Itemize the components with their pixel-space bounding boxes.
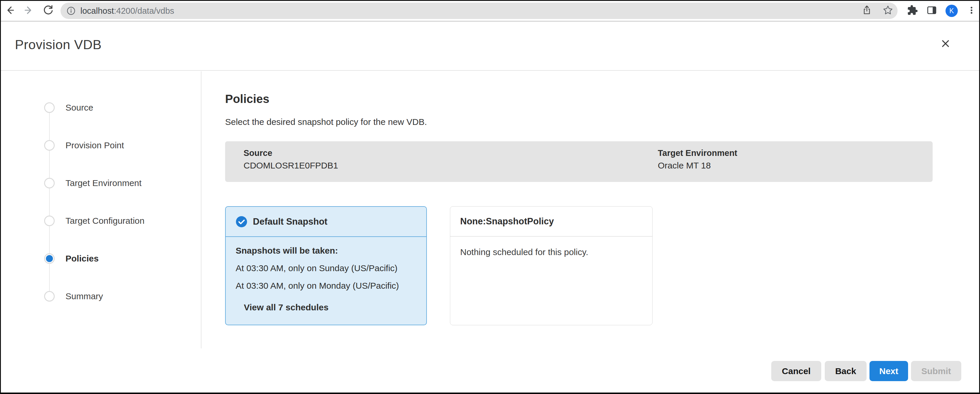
step-label: Summary [65,291,103,301]
schedule-line: At 03:30 AM, only on Sunday (US/Pacific) [235,263,416,273]
step-label: Source [65,103,93,113]
wizard-stepper: Source Provision Point Target Environmen… [0,71,201,348]
policy-card-none-snapshotpolicy[interactable]: None:SnapshotPolicy Nothing scheduled fo… [450,206,652,325]
step-label: Provision Point [65,140,124,150]
step-circle-icon [44,178,55,188]
view-all-schedules-link[interactable]: View all 7 schedules [244,302,329,313]
stepper-item-summary[interactable]: Summary [44,291,103,301]
step-circle-icon [44,291,55,301]
extensions-button[interactable] [907,5,918,17]
stepper-item-target-environment[interactable]: Target Environment [44,178,142,188]
submit-button[interactable]: Submit [911,361,961,381]
step-label: Target Environment [65,178,142,188]
url-host: localhost [80,6,114,16]
policy-empty-message: Nothing scheduled for this policy. [460,247,642,257]
step-label: Target Configuration [65,216,145,226]
close-button[interactable] [939,38,952,51]
source-label: Source [243,148,338,158]
sidebar-divider [201,71,201,348]
dialog-header: Provision VDB [0,22,980,71]
source-value: CDOMLOSR1E0FPDB1 [243,161,338,171]
policies-step-content: Policies Select the desired snapshot pol… [225,71,980,394]
page-title: Provision VDB [15,37,102,53]
stepper-connector-line [49,108,50,296]
stepper-item-source[interactable]: Source [44,102,93,113]
stepper-item-target-configuration[interactable]: Target Configuration [44,215,145,226]
browser-reload-button[interactable] [42,5,55,17]
url-text: localhost:4200/data/vdbs [80,6,174,16]
target-environment-value: Oracle MT 18 [658,161,737,171]
browser-back-button[interactable] [3,5,16,17]
step-label: Policies [65,254,99,263]
stepper-item-provision-point[interactable]: Provision Point [44,140,124,151]
browser-toolbar: localhost:4200/data/vdbs K [0,0,980,22]
browser-forward-button[interactable] [22,5,35,17]
bookmark-star-button[interactable] [882,5,894,17]
back-button[interactable]: Back [825,361,867,381]
url-path: :4200/data/vdbs [114,6,174,16]
share-button[interactable] [861,5,872,17]
stepper-item-policies[interactable]: Policies [44,253,99,264]
next-button[interactable]: Next [870,361,908,381]
close-icon [939,37,951,51]
reload-icon [42,4,55,18]
step-circle-active-icon [44,253,55,264]
profile-avatar[interactable]: K [945,5,958,17]
step-circle-icon [44,140,55,151]
selected-check-icon [235,216,247,228]
step-circle-icon [44,102,55,113]
schedule-heading: Snapshots will be taken: [235,246,416,256]
context-summary-bar: Source CDOMLOSR1E0FPDB1 Target Environme… [225,141,933,182]
cancel-button[interactable]: Cancel [771,361,821,381]
policy-card-title: Default Snapshot [253,217,328,227]
back-arrow-icon [3,4,16,18]
step-circle-icon [44,215,55,226]
schedule-line: At 03:30 AM, only on Monday (US/Pacific) [235,281,416,291]
section-subtitle: Select the desired snapshot policy for t… [225,117,427,127]
policy-card-title: None:SnapshotPolicy [460,216,554,227]
site-info-icon[interactable] [66,6,76,16]
section-heading: Policies [225,93,269,105]
address-bar[interactable]: localhost:4200/data/vdbs [60,3,897,19]
forward-arrow-icon [22,4,35,18]
policy-card-default-snapshot[interactable]: Default Snapshot Snapshots will be taken… [225,206,427,325]
browser-menu-button[interactable] [966,5,977,17]
side-panel-button[interactable] [926,5,937,17]
target-environment-label: Target Environment [658,148,737,158]
